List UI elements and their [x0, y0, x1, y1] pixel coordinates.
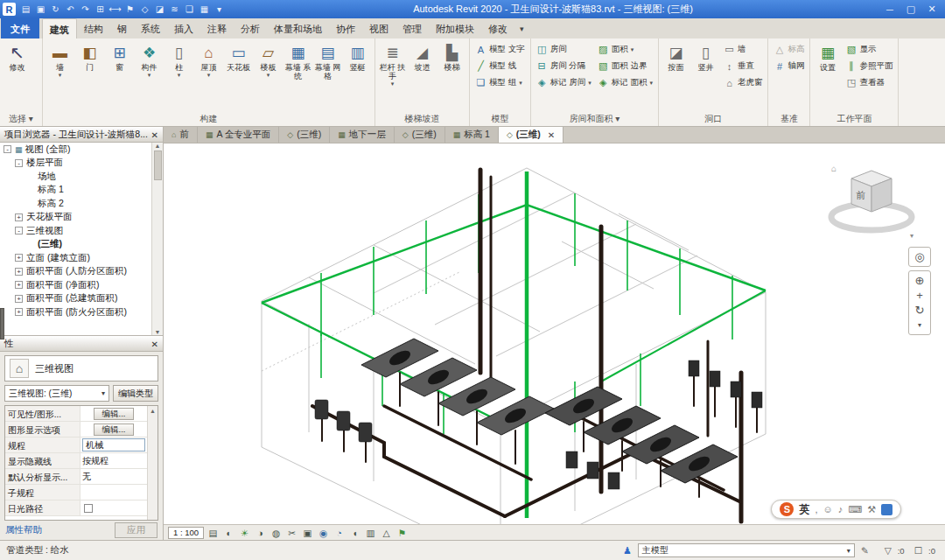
expander-icon[interactable]: + — [15, 214, 23, 221]
view-tab-3d-active[interactable]: ◇(三维)✕ — [499, 127, 564, 143]
tree-node-ceiling-plans[interactable]: +天花板平面 — [0, 211, 163, 225]
level-button[interactable]: △标高 — [771, 41, 807, 58]
selection-filter-icon[interactable]: ☐ — [914, 545, 922, 556]
detail-level-icon[interactable]: ▤ — [206, 528, 220, 538]
tree-scrollbar[interactable]: ▲▼ — [151, 143, 163, 335]
tree-node-3d-view[interactable]: (三维) — [0, 238, 163, 252]
edit-type-button[interactable]: 编辑类型 — [113, 385, 158, 402]
viewcube-home-icon[interactable]: ⌂ — [831, 164, 836, 173]
grid-button[interactable]: #轴网 — [771, 58, 807, 74]
shaft-button[interactable]: ▯竖井 — [691, 41, 720, 72]
ribbon-options-icon[interactable]: ▾ — [520, 24, 524, 33]
navbar-more-icon[interactable]: ▾ — [918, 318, 921, 332]
emoji-icon[interactable]: ☺ — [823, 504, 833, 514]
hidden-lines-value[interactable]: 按规程 — [80, 453, 147, 468]
set-workplane-button[interactable]: ▦设置 — [813, 41, 842, 72]
open-icon[interactable]: ▤ — [18, 2, 33, 17]
tab-manage[interactable]: 管理 — [396, 18, 429, 38]
panel-caption-opening[interactable]: 洞口 — [659, 112, 768, 126]
door-button[interactable]: ◧门 — [75, 41, 104, 78]
discipline-combo[interactable]: 机械 — [82, 438, 145, 452]
zoom-icon[interactable]: ⊕ — [915, 273, 925, 288]
customize-qat-icon[interactable]: ▾ — [212, 2, 227, 17]
viewcube-front-face[interactable]: 前 — [856, 190, 866, 200]
tab-steel[interactable]: 钢 — [110, 18, 134, 38]
properties-header[interactable]: 性 ✕ — [0, 336, 163, 352]
sogou-logo-icon[interactable]: S — [780, 502, 794, 516]
tab-collaborate[interactable]: 协作 — [329, 18, 362, 38]
steering-wheel-icon[interactable]: ◎ — [914, 249, 924, 264]
reveal-hidden-elements-icon[interactable]: ◖ — [348, 528, 361, 538]
column-button[interactable]: ▯柱▾ — [164, 41, 193, 78]
type-preview[interactable]: ⌂ 三维视图 — [4, 355, 158, 382]
sun-path-icon[interactable]: ☀ — [238, 528, 251, 538]
floor-button[interactable]: ▱楼板▾ — [254, 41, 283, 78]
expander-icon[interactable]: + — [15, 308, 23, 316]
show-crop-region-icon[interactable]: ▣ — [301, 528, 314, 538]
ime-skin-icon[interactable] — [881, 504, 892, 515]
tab-analyze[interactable]: 分析 — [234, 18, 267, 38]
view-tab-3d-1[interactable]: ◇(三维) — [279, 127, 330, 143]
temporary-hide-isolate-icon[interactable]: ◔ — [332, 528, 346, 538]
redo-icon[interactable]: ↷ — [78, 2, 93, 17]
view-tab-front[interactable]: ⌂前 — [164, 127, 198, 143]
stair-button[interactable]: ▙楼梯 — [438, 41, 466, 78]
lock-3d-view-icon[interactable]: ◉ — [317, 528, 330, 538]
soft-keyboard-icon[interactable]: ⌨ — [848, 504, 862, 515]
shadows-icon[interactable]: ◑ — [254, 528, 267, 538]
panel-caption-workplane[interactable]: 工作平面 — [810, 112, 898, 126]
sub-discipline-value[interactable] — [80, 485, 147, 500]
room-button[interactable]: ◫房间 — [534, 41, 594, 58]
close-view-icon[interactable]: ✕ — [548, 130, 555, 140]
panel-caption-datum[interactable]: 基准 — [768, 112, 809, 126]
crop-view-icon[interactable]: ✂ — [285, 528, 298, 538]
model-line-button[interactable]: ╱模型 线 — [472, 58, 528, 74]
tag-room-button[interactable]: ◈标记 房间▾ — [534, 74, 594, 91]
punctuation-icon[interactable]: , — [815, 504, 817, 514]
tree-node-level-2[interactable]: 标高 2 — [0, 197, 163, 211]
thin-lines-icon[interactable]: ≋ — [167, 2, 182, 17]
tab-insert[interactable]: 插入 — [167, 18, 200, 38]
tree-node-3d-views[interactable]: -三维视图 — [0, 224, 163, 238]
default-3d-view-icon[interactable]: ◇ — [137, 2, 152, 17]
view-tab-level-1[interactable]: ▦标高 1 — [445, 127, 499, 143]
revit-logo-icon[interactable]: R — [3, 3, 16, 16]
area-button[interactable]: ▨面积▾ — [595, 41, 655, 58]
ime-language-mode[interactable]: 英 — [799, 502, 809, 517]
tab-structure[interactable]: 结构 — [77, 18, 110, 38]
area-boundary-button[interactable]: ▧面积 边界 — [595, 58, 655, 74]
tree-node-floor-plans[interactable]: -楼层平面 — [0, 157, 163, 171]
visual-style-icon[interactable]: ◐ — [222, 528, 235, 538]
project-browser-header[interactable]: 项目浏览器 - 卫生间设计-波斯猫8... ✕ — [0, 127, 163, 143]
tree-node-area-plan-net[interactable]: +面积平面 (净面积) — [0, 278, 163, 292]
tag-icon[interactable]: ⚑ — [122, 2, 137, 17]
railing-button[interactable]: ≣栏杆 扶手▾ — [378, 41, 407, 87]
model-text-button[interactable]: A模型 文字 — [472, 41, 528, 58]
render-dialog-icon[interactable]: ◍ — [270, 528, 283, 538]
edit-graphic-display-button[interactable]: 编辑... — [94, 424, 135, 436]
apply-button[interactable]: 应用 — [115, 522, 158, 538]
voice-input-icon[interactable]: ♪ — [838, 504, 844, 514]
panel-caption-circulation[interactable]: 楼梯坡道 — [375, 112, 469, 126]
temporary-view-properties-icon[interactable]: ▥ — [364, 528, 377, 538]
expander-icon[interactable]: + — [15, 268, 23, 276]
tab-addins[interactable]: 附加模块 — [429, 18, 481, 38]
wall-opening-button[interactable]: ▭墙 — [721, 41, 766, 58]
panel-caption-build[interactable]: 构建 — [43, 112, 374, 126]
undo-icon[interactable]: ↶ — [63, 2, 78, 17]
ime-toolbox-icon[interactable]: ⚒ — [867, 504, 876, 515]
tree-node-site[interactable]: 场地 — [0, 170, 163, 184]
viewer-button[interactable]: ◳查看器 — [843, 74, 895, 91]
sun-path-checkbox[interactable] — [84, 504, 93, 513]
panel-caption-model[interactable]: 模型 — [470, 112, 530, 126]
switch-windows-icon[interactable]: ▦ — [197, 2, 212, 17]
curtain-grid-button[interactable]: ▤幕墙 网格 — [313, 41, 342, 87]
tree-node-area-plan-fire[interactable]: +面积平面 (防火分区面积) — [0, 305, 163, 319]
exclude-options-icon[interactable]: ▽ — [885, 545, 892, 556]
hide-analytical-model-icon[interactable]: △ — [380, 528, 393, 538]
ceiling-button[interactable]: ▭天花板 — [224, 41, 253, 78]
minimize-button[interactable]: ─ — [879, 2, 900, 17]
panel-caption-room-area[interactable]: 房间和面积 ▾ — [531, 112, 658, 126]
component-button[interactable]: ❖构件▾ — [135, 41, 164, 78]
maximize-button[interactable]: ▢ — [900, 2, 921, 17]
